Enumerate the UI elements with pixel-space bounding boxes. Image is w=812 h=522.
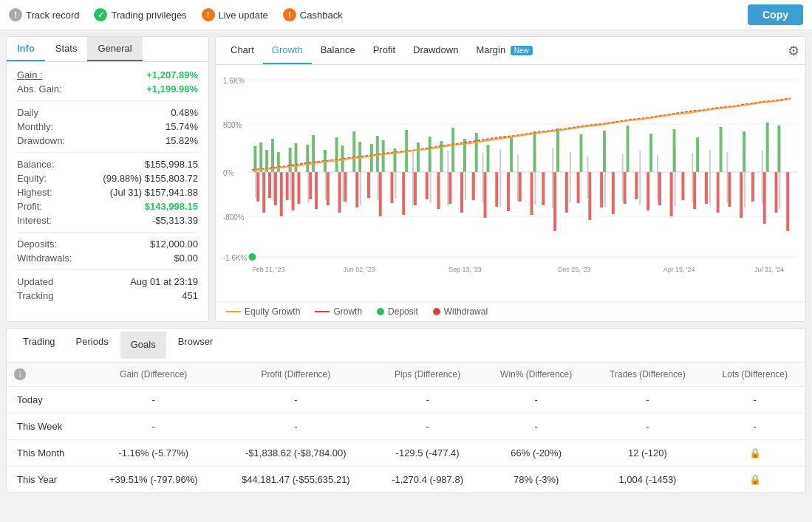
period-year: This Year	[7, 467, 89, 493]
tab-general[interactable]: General	[87, 37, 142, 61]
filter-icon[interactable]: ⚙	[788, 43, 799, 59]
svg-rect-77	[460, 172, 463, 213]
svg-rect-40	[475, 133, 478, 172]
nav-track-record[interactable]: ! Track record	[9, 8, 79, 21]
tab-goals[interactable]: Goals	[120, 332, 166, 359]
chart-tab-chart[interactable]: Chart	[222, 37, 263, 64]
lots-month-lock: 🔒	[705, 440, 805, 467]
svg-text:800%: 800%	[223, 121, 242, 129]
svg-text:-1.6K%: -1.6K%	[223, 254, 247, 262]
svg-rect-73	[414, 172, 417, 205]
pips-year: -1,270.4 (-987.8)	[373, 467, 482, 493]
nav-live-update[interactable]: ! Live update	[202, 8, 268, 21]
abs-gain-value: +1,199.98%	[146, 83, 198, 95]
svg-rect-92	[635, 172, 638, 199]
updated-value: Aug 01 at 23:19	[130, 276, 198, 287]
trades-year: 1,004 (-1453)	[590, 467, 704, 493]
interest-value: -$5,313.39	[152, 215, 198, 226]
svg-rect-70	[379, 172, 382, 216]
chart-tab-balance[interactable]: Balance	[312, 37, 364, 64]
svg-rect-98	[705, 172, 708, 204]
left-panel: Info Stats General Gain : +1,207.89% Abs…	[6, 36, 209, 322]
table-row: This Year +39.51% (-797.96%) $44,181.47 …	[7, 467, 805, 493]
svg-rect-106	[255, 161, 256, 198]
svg-rect-32	[382, 140, 385, 172]
tab-periods[interactable]: Periods	[66, 329, 119, 362]
deposit-dot-icon	[377, 308, 384, 315]
svg-rect-131	[692, 153, 693, 202]
svg-rect-69	[367, 172, 370, 198]
gain-label[interactable]: Gain :	[17, 69, 43, 80]
withdrawals-row: Withdrawals: $0.00	[17, 253, 198, 264]
chart-tab-profit[interactable]: Profit	[364, 37, 404, 64]
col-period-header: i	[7, 363, 89, 387]
svg-rect-85	[553, 172, 556, 231]
col-pips-header: Pips (Difference)	[373, 363, 482, 387]
chart-tab-growth[interactable]: Growth	[263, 37, 312, 64]
withdrawal-label: Withdrawal	[444, 306, 488, 317]
profit-year: $44,181.47 (-$55,635.21)	[219, 467, 374, 493]
table-row: Today - - - - - -	[7, 387, 805, 413]
trades-today: -	[590, 387, 704, 413]
svg-rect-83	[530, 172, 533, 215]
info-circle-icon[interactable]: i	[14, 368, 26, 380]
win-year: 78% (-3%)	[482, 467, 590, 493]
main-content: Info Stats General Gain : +1,207.89% Abs…	[0, 30, 812, 328]
svg-rect-87	[577, 172, 580, 203]
col-trades-header: Trades (Difference)	[590, 363, 704, 387]
trading-privileges-icon: ✓	[94, 8, 107, 21]
svg-rect-113	[378, 157, 379, 200]
svg-rect-102	[751, 172, 754, 202]
svg-rect-110	[325, 159, 327, 200]
period-week: This Week	[7, 413, 89, 440]
withdrawals-value: $0.00	[174, 253, 198, 264]
svg-rect-38	[451, 128, 454, 172]
daily-value: 0.48%	[171, 107, 198, 118]
svg-rect-90	[612, 172, 615, 214]
tab-info[interactable]: Info	[7, 37, 45, 61]
svg-rect-61	[292, 172, 295, 210]
copy-button[interactable]: Copy	[748, 4, 803, 25]
svg-rect-126	[604, 148, 606, 207]
svg-rect-63	[309, 172, 312, 199]
info-section: Gain : +1,207.89% Abs. Gain: +1,199.98% …	[7, 62, 208, 312]
nav-cashback[interactable]: ! Cashback	[283, 8, 343, 21]
win-week: -	[482, 413, 590, 440]
gain-value: +1,207.89%	[146, 69, 198, 80]
deposits-label: Deposits:	[17, 238, 57, 250]
svg-rect-136	[779, 146, 780, 209]
svg-rect-75	[437, 172, 440, 209]
tab-browser[interactable]: Browser	[168, 329, 224, 362]
chart-tab-drawdown[interactable]: Drawdown	[404, 37, 467, 64]
table-row: This Week - - - - - -	[7, 413, 805, 440]
abs-gain-label: Abs. Gain:	[17, 83, 62, 95]
equity-row: Equity: (99.88%) $155,803.72	[17, 173, 198, 184]
deposits-row: Deposits: $12,000.00	[17, 238, 198, 250]
nav-trading-privileges[interactable]: ✓ Trading privileges	[94, 8, 186, 21]
equity-growth-label: Equity Growth	[245, 306, 300, 317]
svg-text:Dec 25, '23: Dec 25, '23	[558, 266, 591, 273]
svg-rect-56	[262, 172, 265, 213]
tab-trading[interactable]: Trading	[13, 329, 66, 362]
svg-rect-28	[352, 131, 355, 172]
svg-rect-135	[762, 151, 763, 205]
svg-rect-121	[517, 154, 519, 201]
gain-month: -1.16% (-5.77%)	[89, 440, 219, 467]
chart-tab-margin[interactable]: Margin New	[467, 37, 541, 64]
svg-rect-76	[448, 172, 451, 204]
deposit-label: Deposit	[388, 306, 418, 317]
svg-rect-99	[717, 172, 720, 213]
svg-rect-47	[627, 126, 630, 172]
growth-label: Growth	[333, 306, 362, 317]
svg-rect-59	[280, 172, 283, 216]
svg-text:Sep 13, '23: Sep 13, '23	[448, 266, 482, 273]
svg-rect-112	[360, 154, 361, 205]
cashback-icon: !	[283, 8, 296, 21]
bottom-tabs: Trading Periods Goals Browser	[7, 329, 805, 363]
svg-rect-20	[277, 152, 280, 172]
svg-text:1.6K%: 1.6K%	[223, 77, 245, 85]
svg-rect-89	[600, 172, 603, 207]
tab-stats[interactable]: Stats	[45, 37, 88, 61]
live-update-label: Live update	[219, 10, 268, 21]
equity-label: Equity:	[17, 173, 47, 184]
